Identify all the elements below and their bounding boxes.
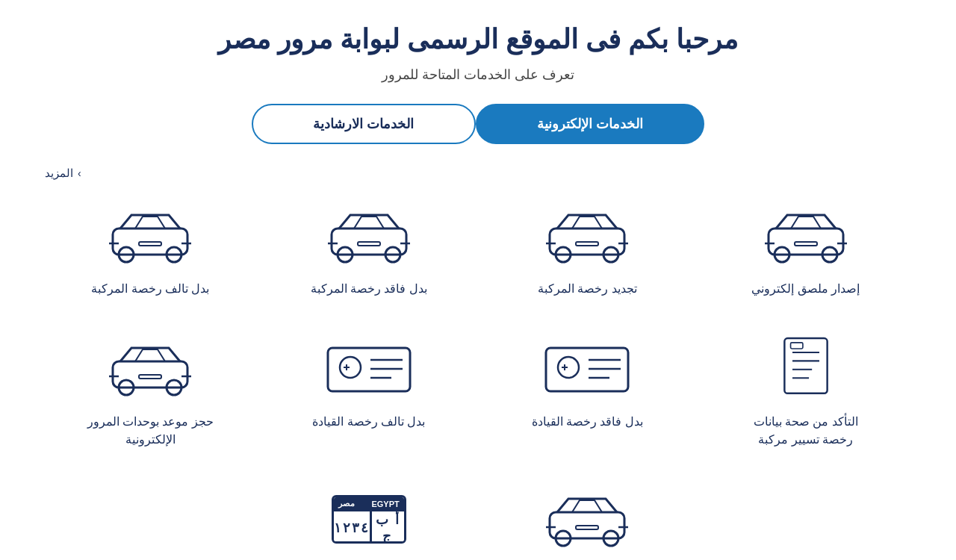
document-icon <box>761 335 851 402</box>
car-violations-icon <box>542 486 632 553</box>
header-section: مرحبا بكم فى الموقع الرسمى لبوابة مرور م… <box>45 22 911 144</box>
service-damaged-driving[interactable]: بدل تالف رخصة القيادة <box>271 324 468 460</box>
service-traffic-violations[interactable]: الاستعلام عن المخالفات المرورية <box>489 475 686 560</box>
service-label: التأكد من صحة بيانات رخصة تسيير مركبة <box>739 413 873 449</box>
service-issue-sticker[interactable]: إصدار ملصق إلكتروني <box>708 191 904 309</box>
car-icon-3 <box>324 202 414 270</box>
tab-guidance[interactable]: الخدمات الارشادية <box>252 104 475 144</box>
svg-rect-15 <box>358 242 380 246</box>
car-icon-2 <box>542 202 632 270</box>
svg-rect-3 <box>795 242 817 246</box>
service-label: بدل فاقد رخصة المركبة <box>311 280 427 298</box>
service-verify-vehicle[interactable]: التأكد من صحة بيانات رخصة تسيير مركبة <box>708 324 904 460</box>
plate-top-bar: EGYPT مصر <box>334 497 404 510</box>
plate-egypt-en: EGYPT <box>371 500 399 508</box>
svg-rect-21 <box>139 242 161 246</box>
svg-rect-9 <box>576 242 598 246</box>
plate-egypt-ar: مصر <box>338 499 355 508</box>
plate-bottom-bar: أ ب ج ١٢٣٤ <box>334 510 404 544</box>
service-label: إصدار ملصق إلكتروني <box>751 280 860 298</box>
service-plate[interactable]: EGYPT مصر أ ب ج ١٢٣٤ لوحتك <box>271 475 468 560</box>
service-label: حجز موعد بوحدات المرور الإلكترونية <box>83 413 217 449</box>
page-container: مرحبا بكم فى الموقع الرسمى لبوابة مرور م… <box>0 0 956 560</box>
svg-rect-29 <box>790 343 802 349</box>
svg-point-38 <box>340 357 361 378</box>
service-lost-vehicle[interactable]: بدل فاقد رخصة المركبة <box>271 191 468 309</box>
svg-rect-53 <box>576 526 598 529</box>
tab-electronic[interactable]: الخدمات الإلكترونية <box>476 104 704 144</box>
services-grid: إصدار ملصق إلكتروني تجديد رخصة المركبة <box>45 191 911 560</box>
car-icon-4 <box>105 202 195 270</box>
plate-icon: EGYPT مصر أ ب ج ١٢٣٤ <box>324 486 414 553</box>
main-title: مرحبا بكم فى الموقع الرسمى لبوابة مرور م… <box>45 22 911 57</box>
chevron-icon: › <box>78 167 81 179</box>
service-label: بدل فاقد رخصة القيادة <box>532 413 643 431</box>
service-label: بدل تالف رخصة القيادة <box>312 413 425 431</box>
more-label: المزيد <box>45 167 73 180</box>
tabs-container: الخدمات الإلكترونية الخدمات الارشادية <box>45 104 911 144</box>
more-link[interactable]: › المزيد <box>45 167 911 180</box>
id-card-icon <box>542 335 632 402</box>
car-small-icon <box>105 335 195 402</box>
service-label: تجديد رخصة المركبة <box>538 280 637 298</box>
service-damaged-vehicle[interactable]: بدل تالف رخصة المركبة <box>52 191 249 309</box>
plate-divider <box>370 511 372 544</box>
service-book-appointment[interactable]: حجز موعد بوحدات المرور الإلكترونية <box>52 324 249 460</box>
car-icon <box>761 202 851 270</box>
plate-letters: أ ب ج <box>372 511 404 544</box>
id-card-icon-2 <box>324 335 414 402</box>
svg-point-31 <box>558 357 579 378</box>
service-label: بدل تالف رخصة المركبة <box>91 280 209 298</box>
service-lost-driving[interactable]: بدل فاقد رخصة القيادة <box>489 324 686 460</box>
svg-rect-47 <box>139 375 161 379</box>
plate-numbers: ١٢٣٤ <box>334 520 370 536</box>
service-renew-vehicle[interactable]: تجديد رخصة المركبة <box>489 191 686 309</box>
subtitle: تعرف على الخدمات المتاحة للمرور <box>45 66 911 83</box>
